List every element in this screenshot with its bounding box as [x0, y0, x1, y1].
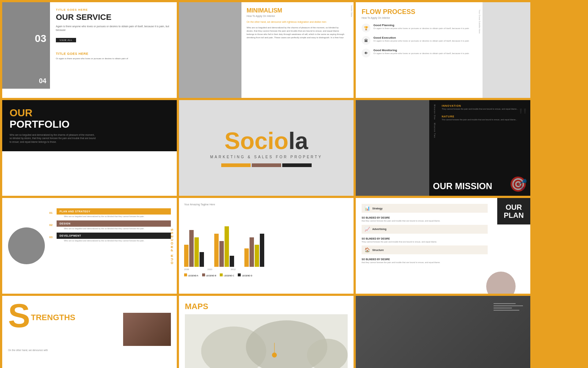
legend-label-c: LEGEND C [224, 275, 234, 277]
service-title-2: TITLE GOES HERE [56, 52, 171, 56]
flow-person-image [483, 2, 530, 98]
slide-maps: MAPS KEYWORD [179, 296, 354, 368]
logo-tagline: MARKETING & SALES FOR PROPERTY [210, 155, 322, 159]
legend-d: LEGEND D [238, 273, 252, 277]
mission-label-1: Mission One [434, 105, 436, 120]
logo-socio: Socio [225, 129, 288, 153]
slide-logo: Socio la MARKETING & SALES FOR PROPERTY [179, 100, 354, 196]
bar-1-a [184, 245, 189, 267]
flow-side-label: Your Great Subtitle Here [478, 10, 481, 33]
logo-container: Socio la [225, 129, 308, 153]
legend-dot-d [238, 273, 241, 276]
strengths-image [123, 313, 171, 346]
mission-label-2: Mission Two [434, 123, 436, 138]
plan-advertising-title: SO BLINDED BY DESIRE [362, 237, 488, 240]
bar-3-b [250, 237, 254, 267]
service-body-text: Again is there anyone who loves or pursu… [56, 25, 171, 32]
legend-a: LEGEND A [184, 273, 198, 277]
strengths-title-block: TRENGTHS [31, 302, 171, 346]
deco-bar-brown [252, 163, 281, 167]
service-desc-2: Or again is there anyone who loves or pu… [56, 57, 171, 60]
process-desc-3: Who are so beguiled and demoralized by t… [57, 240, 171, 242]
bar-2-d [230, 256, 234, 267]
view-all-button[interactable]: VIEW ALL [56, 38, 76, 42]
slide-service: 03 TITLE GOES HERE OUR SERVICE Again is … [2, 2, 177, 98]
slide-process: 01 PLAN AND STRATEGY Who are so beguiled… [2, 198, 177, 294]
chart-group-1 [184, 230, 204, 267]
plan-brown-circle [486, 272, 516, 294]
plan-item-strategy: 📊 Strategy [362, 204, 488, 213]
process-circle-image [8, 227, 45, 264]
strengths-top: S TRENGTHS [8, 302, 171, 346]
legend-dot-a [184, 273, 187, 276]
bar-2-a [214, 234, 219, 267]
process-bar-3: DEVELOPMENT [57, 233, 171, 239]
slide-contact: COMPANY CONTACT Your Amazing Tagline Her… [356, 296, 530, 368]
service-top-image: 03 [2, 2, 50, 48]
plan-structure-title: SO BLINDED BY DESIRE [362, 258, 488, 261]
service-num-1: 03 [35, 33, 46, 45]
plan-label-advertising: Advertising [372, 228, 387, 230]
service-bottom-image: 04 [2, 48, 50, 89]
portfolio-title-our: OUR [10, 107, 32, 118]
service-main-title: OUR SERVICE [56, 13, 171, 22]
chart-group-3 [244, 234, 264, 267]
mission-item-2-desc: The cannot foresee the pain and trouble … [442, 118, 518, 121]
slide-flow: FLOW PROCESS How To Apply On Interior 🏆 … [356, 2, 530, 98]
plan-label-strategy: Strategy [372, 207, 383, 210]
slide-ourplan: OUR PLAN 📊 Strategy SO BLINDED BY DESIRE… [356, 198, 530, 294]
chart-x-labels: 2008 2010 2012 [184, 268, 348, 270]
chart-year-1: 2008 [184, 268, 189, 270]
legend-label-b: LEGEND B [206, 275, 216, 277]
strengths-big-s: S [8, 302, 30, 330]
plan-structure-desc: that they cannot foresee the pain and tr… [362, 261, 488, 264]
mission-item-1-desc: They cannot foresee the pain and trouble… [442, 108, 518, 111]
process-item-3: 03 DEVELOPMENT Who are so beguiled and d… [49, 233, 171, 242]
portfolio-title-portfolio: PORTFOLIO [10, 118, 69, 130]
process-num-3: 03 [49, 236, 57, 239]
process-num-1: 01 [49, 211, 57, 215]
legend-dot-c [220, 273, 223, 276]
bar-1-c [194, 237, 199, 267]
our-plan-title: OUR PLAN [497, 198, 530, 224]
process-num-2: 02 [49, 223, 57, 227]
plan-label-structure: Structure [372, 249, 384, 251]
logo-deco-bars [221, 163, 312, 167]
slide-portfolio: OUR PORTFOLIO Who are so beguiled and de… [2, 100, 177, 196]
chart-tagline: Your Amazing Tagline Here [184, 203, 348, 206]
maps-title: MAPS [185, 302, 348, 311]
chart-legend: LEGEND A LEGEND B LEGEND C LEGEND D [184, 273, 348, 277]
minimalism-orange-text: On the other hand, we denounce with righ… [247, 20, 345, 24]
process-desc-2: Who are so beguiled and demoralized by t… [57, 227, 171, 230]
chart-group-2 [214, 226, 234, 267]
maps-svg [185, 314, 348, 368]
contact-bg: COMPANY CONTACT Your Amazing Tagline Her… [356, 296, 530, 368]
plan-item-advertising: 📈 Advertising [362, 225, 488, 234]
strengths-body: On the other hand, we denounce with [8, 349, 171, 351]
portfolio-title: OUR PORTFOLIO [10, 107, 96, 130]
legend-dot-b [202, 273, 205, 276]
bar-3-a [244, 248, 249, 267]
flow-icon-3: 👁 [362, 49, 370, 57]
maps-area: KEYWORD [185, 314, 348, 368]
legend-label-a: LEGEND A [188, 275, 198, 277]
logo-la: la [288, 129, 308, 153]
process-item-2: 02 DESIGN Who are so beguiled and demora… [49, 220, 171, 230]
legend-b: LEGEND B [202, 273, 216, 277]
strengths-container: S TRENGTHS On the other hand, we denounc… [2, 296, 177, 368]
mission-image [356, 100, 429, 196]
legend-label-d: LEGEND D [242, 275, 252, 277]
chart-year-3: 2012 [231, 268, 236, 270]
legend-c: LEGEND C [220, 273, 234, 277]
strengths-spacer [31, 302, 171, 313]
slide-chart: Your Amazing Tagline Here [179, 198, 354, 294]
minimalism-title: MINIMALISM [247, 7, 345, 14]
minimalism-side-label: Subtle Slide [350, 2, 354, 98]
maps-container: MAPS KEYWORD [179, 296, 354, 368]
plan-icon-advertising: 📈 [365, 227, 370, 232]
deco-bar-orange [221, 163, 251, 167]
plan-icon-structure: 🏠 [365, 247, 370, 252]
flow-icon-2: 🏛 [362, 36, 370, 45]
mission-item-1-title: INNOVATION [442, 105, 518, 107]
plan-icon-strategy: 📊 [365, 206, 370, 211]
